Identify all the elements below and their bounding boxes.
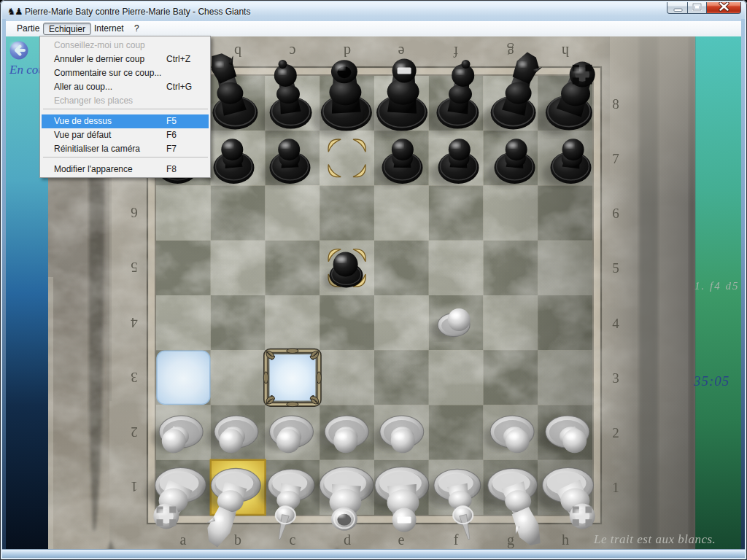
svg-text:2: 2 [612,425,619,440]
svg-text:f: f [453,44,458,60]
svg-text:3: 3 [612,370,619,386]
svg-text:d: d [344,532,351,548]
svg-text:f: f [454,532,459,548]
svg-text:c: c [289,44,295,60]
svg-text:h: h [562,532,569,548]
svg-text:2: 2 [131,424,138,440]
svg-text:4: 4 [131,315,138,330]
svg-text:b: b [234,44,241,60]
svg-text:b: b [234,532,241,548]
svg-text:1: 1 [131,479,138,494]
svg-text:e: e [398,44,404,60]
svg-text:3: 3 [131,370,138,385]
svg-text:c: c [290,532,296,548]
svg-text:h: h [562,44,569,60]
svg-text:5: 5 [131,260,138,275]
svg-text:1: 1 [612,480,619,495]
svg-text:6: 6 [612,206,619,221]
svg-text:Le trait est aux blancs.: Le trait est aux blancs. [593,532,716,546]
svg-text:6: 6 [131,205,138,220]
svg-text:35:05: 35:05 [693,373,729,389]
svg-text:1. f4 d5: 1. f4 d5 [694,280,739,292]
svg-text:5: 5 [612,260,619,276]
svg-text:4: 4 [612,316,619,331]
svg-text:a: a [180,532,187,548]
svg-text:e: e [398,532,405,548]
svg-text:d: d [344,44,351,60]
svg-text:g: g [507,532,514,548]
svg-text:8: 8 [612,96,619,112]
svg-text:g: g [507,43,514,60]
svg-text:7: 7 [612,151,619,166]
